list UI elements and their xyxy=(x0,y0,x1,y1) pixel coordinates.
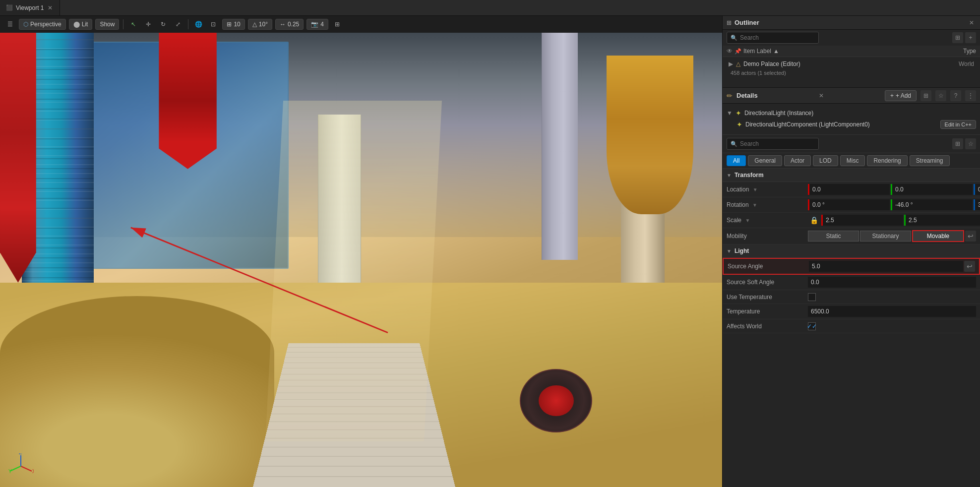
affects-world-row: Affects World ✓ xyxy=(723,319,980,333)
transform-expand-icon: ▼ xyxy=(727,173,732,178)
eye-toggle-icon[interactable]: 👁 xyxy=(727,48,733,55)
viewport-canvas[interactable]: X Y Z xyxy=(0,33,722,487)
show-button[interactable]: Show xyxy=(95,19,119,30)
select-mode-button[interactable]: ↖ xyxy=(127,18,139,30)
filter-tab-streaming[interactable]: Streaming xyxy=(910,155,950,166)
svg-text:Y: Y xyxy=(8,469,12,474)
scale-mode-button[interactable]: ⤢ xyxy=(172,18,184,30)
lit-button[interactable]: ⬤ Lit xyxy=(69,19,93,30)
scale-x-input[interactable] xyxy=(821,215,903,226)
perspective-label: Perspective xyxy=(30,21,61,28)
banner-left xyxy=(0,33,36,283)
location-z-input[interactable] xyxy=(974,184,980,195)
edit-cpp-button[interactable]: Edit in C++ xyxy=(940,120,976,129)
use-temperature-checkbox[interactable] xyxy=(808,293,816,301)
cam-value: 4 xyxy=(320,21,324,28)
details-close-button[interactable]: ✕ xyxy=(817,91,826,100)
mobility-reset-button[interactable]: ↩ xyxy=(965,231,976,242)
component-section: ▼ ✦ DirectionalLight (Instance) ✦ Direct… xyxy=(723,104,980,135)
light-section-header[interactable]: ▼ Light xyxy=(723,244,980,258)
viewport-menu-button[interactable]: ☰ xyxy=(4,18,16,30)
details-search-icon: 🔍 xyxy=(731,141,737,147)
location-controls xyxy=(808,184,980,195)
static-mobility-button[interactable]: Static xyxy=(808,231,859,242)
outliner-search-input[interactable] xyxy=(727,32,819,44)
source-angle-reset-button[interactable]: ↩ xyxy=(964,261,975,272)
source-angle-label: Source Angle xyxy=(728,263,807,270)
location-y-input[interactable] xyxy=(891,184,973,195)
source-angle-input[interactable] xyxy=(809,261,963,272)
scale-lock-icon[interactable]: 🔒 xyxy=(808,216,820,224)
world-item[interactable]: ▶ △ Demo Palace (Editor) World xyxy=(727,59,976,69)
filter-tab-rendering[interactable]: Rendering xyxy=(867,155,907,166)
details-help-button[interactable]: ? xyxy=(950,90,961,101)
location-expand-icon[interactable]: ▼ xyxy=(753,187,758,192)
show-label: Show xyxy=(100,21,115,28)
source-soft-angle-row: Source Soft Angle xyxy=(723,275,980,290)
affects-world-checkbox[interactable]: ✓ xyxy=(808,322,816,330)
pin-icon[interactable]: 📌 xyxy=(735,48,741,55)
maximize-viewport-button[interactable]: ⊞ xyxy=(331,18,343,30)
rotate-mode-button[interactable]: ↻ xyxy=(157,18,169,30)
add-component-button[interactable]: + + Add xyxy=(885,90,917,101)
rotation-expand-icon[interactable]: ▼ xyxy=(752,202,757,208)
filter-tab-misc[interactable]: Misc xyxy=(840,155,865,166)
transform-section-title: Transform xyxy=(735,172,764,179)
stationary-mobility-button[interactable]: Stationary xyxy=(860,231,911,242)
mobility-label: Mobility xyxy=(727,233,806,240)
scale-snap-button[interactable]: ↔ 0.25 xyxy=(275,19,304,30)
viewport-tab[interactable]: ⬛ Viewport 1 ✕ xyxy=(0,0,60,15)
details-content: ▼ Transform Location ▼ xyxy=(723,169,980,487)
camera-speed-button[interactable]: 📷 4 xyxy=(306,19,328,30)
filter-tab-actor[interactable]: Actor xyxy=(784,155,811,166)
filter-tab-lod[interactable]: LOD xyxy=(813,155,838,166)
mobility-label-text: Mobility xyxy=(727,233,747,240)
outliner-add-button[interactable]: + xyxy=(965,32,976,43)
angle-snap-button[interactable]: △ 10° xyxy=(248,19,272,30)
type-column[interactable]: Type xyxy=(963,48,976,55)
affects-world-controls: ✓ xyxy=(808,322,976,330)
details-star-button[interactable]: ☆ xyxy=(965,138,976,149)
location-x-input[interactable] xyxy=(808,184,890,195)
directional-light-instance-row[interactable]: ▼ ✦ DirectionalLight (Instance) xyxy=(727,108,976,119)
grid-snap-button[interactable]: ⊞ 10 xyxy=(222,19,245,30)
world-space-button[interactable]: 🌐 xyxy=(192,18,204,30)
rotation-y-input[interactable] xyxy=(891,199,973,210)
actor-count-label: 458 actors (1 selected) xyxy=(727,69,976,77)
world-expand-icon: ▶ xyxy=(729,61,733,67)
grid-value: 10 xyxy=(234,21,240,28)
movable-mobility-button[interactable]: Movable xyxy=(912,230,964,242)
source-soft-angle-input[interactable] xyxy=(808,277,976,288)
light-shaft xyxy=(265,101,442,441)
details-menu-button[interactable]: ⋮ xyxy=(965,90,976,101)
details-grid-button[interactable]: ⊞ xyxy=(920,90,931,101)
rotation-x-input[interactable] xyxy=(808,199,890,210)
outliner-columns-bar: 👁 📌 Item Label ▲ Type xyxy=(723,46,980,57)
temperature-input[interactable] xyxy=(808,306,976,317)
details-bookmark-button[interactable]: ☆ xyxy=(935,90,946,101)
filter-tab-general[interactable]: General xyxy=(748,155,782,166)
world-item-label: Demo Palace (Editor) xyxy=(743,61,800,67)
outliner-close-button[interactable]: ✕ xyxy=(967,18,976,27)
transform-section-header[interactable]: ▼ Transform xyxy=(723,169,980,182)
details-search-bar: 🔍 ⊞ ☆ xyxy=(723,135,980,153)
perspective-button[interactable]: ⬡ Perspective xyxy=(19,19,66,30)
outliner-panel: ⊞ Outliner ✕ 🔍 ⊞ + 👁 📌 Item Label ▲ xyxy=(723,16,980,88)
rotation-z-input[interactable] xyxy=(974,199,980,210)
light-component-label: DirectionalLightComponent (LightComponen… xyxy=(745,121,870,128)
filter-tab-all[interactable]: All xyxy=(727,155,746,166)
viewport-tab-close[interactable]: ✕ xyxy=(47,4,54,11)
surface-snapping-button[interactable]: ⊡ xyxy=(207,18,219,30)
scale-expand-icon[interactable]: ▼ xyxy=(745,218,750,223)
angle-icon: △ xyxy=(252,21,257,28)
item-label-column[interactable]: Item Label ▲ xyxy=(743,48,779,55)
details-search-input[interactable] xyxy=(727,138,819,150)
grid-icon: ⊞ xyxy=(227,21,232,28)
scale-y-input[interactable] xyxy=(904,215,980,226)
floor-medallion xyxy=(520,369,592,432)
outliner-settings-button[interactable]: ⊞ xyxy=(952,32,963,43)
source-soft-angle-label: Source Soft Angle xyxy=(727,279,806,286)
directional-light-component-row[interactable]: ✦ DirectionalLightComponent (LightCompon… xyxy=(727,119,976,130)
details-view-options-button[interactable]: ⊞ xyxy=(952,138,963,149)
move-mode-button[interactable]: ✛ xyxy=(142,18,154,30)
